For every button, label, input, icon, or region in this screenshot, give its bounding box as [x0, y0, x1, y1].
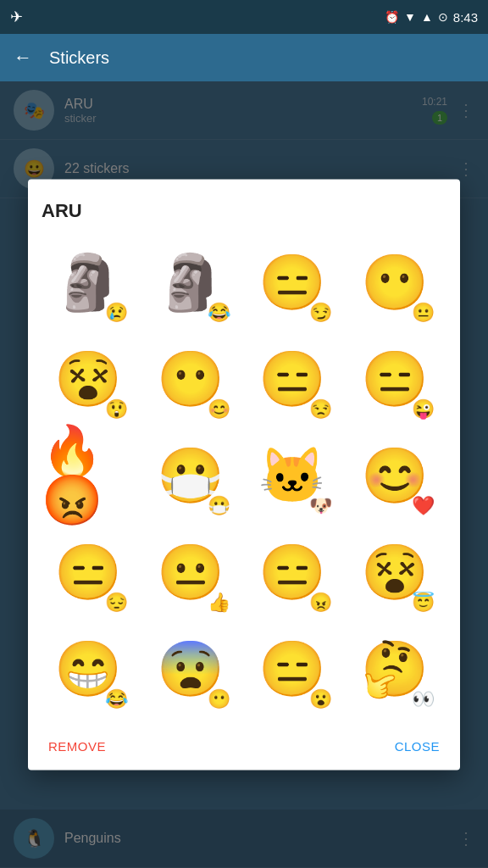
sticker-1[interactable]: 🗿 😢 — [42, 236, 135, 329]
sticker-19[interactable]: 😑 😮 — [246, 622, 339, 715]
sticker-11[interactable]: 🐱 🐶 — [246, 429, 339, 522]
sticker-14-overlay: 👍 — [208, 593, 230, 612]
page-title: Stickers — [49, 48, 109, 68]
sticker-6-overlay: 😊 — [208, 400, 230, 419]
sticker-18-overlay: 😶 — [208, 690, 230, 709]
sticker-7[interactable]: 😑 😒 — [246, 332, 339, 426]
sticker-13-overlay: 😔 — [105, 593, 128, 612]
remove-button[interactable]: REMOVE — [48, 739, 106, 754]
sticker-8-overlay: 😜 — [412, 400, 435, 419]
status-left: ✈ — [10, 8, 23, 26]
sticker-8[interactable]: 😑 😜 — [348, 332, 441, 426]
sticker-20[interactable]: 🤔 👀 — [348, 622, 441, 715]
sticker-16[interactable]: 😵 😇 — [348, 526, 441, 619]
sticker-12-overlay: ❤️ — [412, 497, 435, 515]
top-bar: ← Stickers — [0, 34, 488, 81]
sticker-12[interactable]: 😊 ❤️ — [348, 429, 441, 522]
sticker-14[interactable]: 😐 👍 — [144, 526, 237, 619]
sticker-2-overlay: 😂 — [208, 303, 230, 322]
sticker-20-overlay: 👀 — [412, 690, 435, 709]
sticker-9-main: 🔥😡 — [42, 426, 135, 525]
sticker-17[interactable]: 😁 😂 — [42, 622, 135, 715]
sticker-17-overlay: 😂 — [105, 690, 128, 709]
sticker-2[interactable]: 🗿 😂 — [144, 236, 237, 329]
sticker-3-overlay: 😏 — [309, 303, 332, 322]
sticker-18[interactable]: 😨 😶 — [144, 622, 237, 715]
sticker-15-overlay: 😠 — [309, 593, 332, 612]
sticker-5[interactable]: 😵 😲 — [42, 332, 135, 426]
sticker-19-overlay: 😮 — [309, 690, 332, 709]
sticker-1-overlay: 😢 — [105, 303, 128, 322]
sticker-3[interactable]: 😑 😏 — [246, 236, 339, 329]
paper-plane-icon: ✈ — [10, 8, 23, 26]
sticker-4[interactable]: 😶 😐 — [348, 236, 441, 329]
alarm-icon: ⏰ — [385, 10, 399, 24]
back-button[interactable]: ← — [14, 47, 32, 69]
sticker-16-overlay: 😇 — [412, 593, 435, 612]
battery-icon: ⊙ — [438, 10, 448, 24]
clock-display: 8:43 — [453, 10, 478, 25]
sticker-15[interactable]: 😑 😠 — [246, 526, 339, 619]
signal-icon: ▲ — [421, 10, 433, 24]
chat-background: 🎭 ARU sticker 10:21 1 ⋮ 😀 22 stickers ⋮ … — [0, 81, 488, 868]
modal-actions: REMOVE CLOSE — [42, 732, 446, 757]
sticker-9[interactable]: 🔥😡 — [42, 429, 135, 522]
sticker-pack-title: ARU — [42, 200, 446, 222]
sticker-4-overlay: 😐 — [412, 303, 435, 322]
close-button[interactable]: CLOSE — [395, 739, 440, 754]
status-right: ⏰ ▼ ▲ ⊙ 8:43 — [385, 10, 478, 25]
sticker-6[interactable]: 😶 😊 — [144, 332, 237, 426]
status-bar: ✈ ⏰ ▼ ▲ ⊙ 8:43 — [0, 0, 488, 34]
sticker-10[interactable]: 😷 😷 — [144, 429, 237, 522]
sticker-10-overlay: 😷 — [208, 497, 230, 515]
sticker-grid: 🗿 😢 🗿 😂 😑 😏 😶 😐 😵 😲 😶 � — [42, 236, 446, 715]
wifi-icon: ▼ — [404, 10, 416, 24]
sticker-11-overlay: 🐶 — [309, 497, 332, 515]
sticker-pack-modal: ARU 🗿 😢 🗿 😂 😑 😏 😶 😐 😵 😲 — [28, 180, 460, 771]
sticker-5-overlay: 😲 — [105, 400, 128, 419]
sticker-7-overlay: 😒 — [309, 400, 332, 419]
sticker-13[interactable]: 😑 😔 — [42, 526, 135, 619]
